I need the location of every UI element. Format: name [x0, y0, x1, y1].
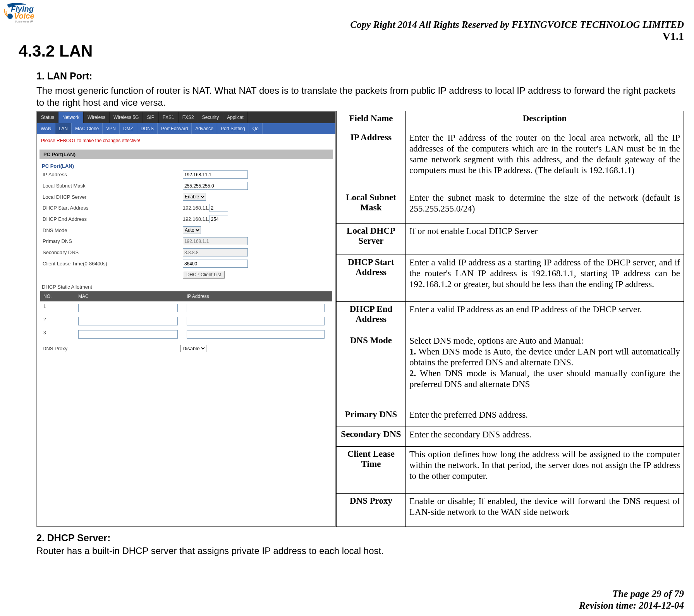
label-lease: Client Lease Time(0-86400s) — [40, 258, 180, 269]
tab-status[interactable]: Status — [37, 112, 58, 123]
label-dhcp-server: Local DHCP Server — [40, 191, 180, 202]
subheading-dhcp-server: 2. DHCP Server: — [36, 532, 110, 544]
label-dns-proxy: DNS Proxy — [43, 346, 180, 351]
subtab-qos[interactable]: Qo — [249, 123, 263, 134]
label-dns-mode: DNS Mode — [40, 225, 180, 236]
svg-text:Voice: Voice — [14, 12, 34, 20]
copyright-text: Copy Right 2014 All Rights Reserved by F… — [350, 19, 684, 30]
tab-security[interactable]: Security — [198, 112, 223, 123]
table-row: DHCP Start AddressEnter a valid IP addre… — [337, 255, 684, 302]
router-screenshot: Status Network Wireless Wireless 5G SIP … — [36, 111, 336, 527]
label-ip-address: IP Address — [40, 169, 180, 180]
tab-wireless[interactable]: Wireless — [84, 112, 110, 123]
svg-text:Voice over IP: Voice over IP — [15, 20, 33, 23]
input-dhcp-end[interactable] — [210, 215, 228, 223]
label-subnet: Local Subnet Mask — [40, 180, 180, 191]
tab-network[interactable]: Network — [58, 112, 84, 123]
version-text: V1.1 — [350, 30, 684, 43]
table-row: Secondary DNSEnter the secondary DNS add… — [337, 427, 684, 446]
page-number: The page 29 of 79 — [579, 588, 684, 600]
input-ip-3[interactable] — [187, 330, 325, 339]
paragraph-dhcp-server: Router has a built-in DHCP server that a… — [36, 545, 679, 556]
table-row: IP AddressEnter the IP address of the ro… — [337, 130, 684, 190]
input-primary-dns[interactable] — [183, 237, 248, 245]
label-dhcp-start: DHCP Start Address — [40, 202, 180, 213]
table-row: Local Subnet MaskEnter the subnet mask t… — [337, 190, 684, 224]
subtab-advance[interactable]: Advance — [192, 123, 217, 134]
allot-row: 3 — [40, 328, 332, 341]
row-no: 1 — [40, 301, 75, 315]
top-tabs: Status Network Wireless Wireless 5G SIP … — [37, 112, 335, 123]
table-row: DHCP End AddressEnter a valid IP address… — [337, 302, 684, 333]
select-dhcp-server[interactable]: Enable — [183, 193, 206, 201]
select-dns-mode[interactable]: Auto — [183, 226, 201, 234]
allot-row: 1 — [40, 301, 332, 315]
table-row: DNS Mode Select DNS mode, options are Au… — [337, 333, 684, 407]
logo: Flying Voice Voice over IP — [3, 0, 50, 25]
select-dns-proxy[interactable]: Disable — [180, 345, 206, 352]
tab-applicat[interactable]: Applicat — [223, 112, 248, 123]
input-lease[interactable] — [183, 260, 248, 268]
th-field-name: Field Name — [337, 111, 406, 130]
input-ip-address[interactable] — [183, 170, 248, 179]
input-mac-1[interactable] — [78, 304, 178, 312]
input-ip-2[interactable] — [187, 317, 325, 325]
pane-title: PC Port(LAN) — [40, 150, 333, 159]
table-row: Client Lease TimeThis option defines how… — [337, 447, 684, 494]
subtab-mac-clone[interactable]: MAC Clone — [72, 123, 103, 134]
tab-fxs2[interactable]: FXS2 — [179, 112, 198, 123]
table-row: Primary DNSEnter the preferred DNS addre… — [337, 407, 684, 427]
input-mac-3[interactable] — [78, 330, 178, 339]
label-secondary-dns: Secondary DNS — [40, 247, 180, 258]
allot-row: 2 — [40, 315, 332, 328]
tab-fxs1[interactable]: FXS1 — [159, 112, 179, 123]
revision-time: Revision time: 2014-12-04 — [579, 600, 684, 611]
row-no: 2 — [40, 315, 75, 328]
section-title: 4.3.2 LAN — [19, 42, 93, 60]
prefix-dhcp-end: 192.168.11. — [183, 216, 210, 222]
tab-wireless-5g[interactable]: Wireless 5G — [110, 112, 143, 123]
input-ip-1[interactable] — [187, 304, 325, 312]
col-no: NO. — [40, 291, 75, 301]
table-row: DNS ProxyEnable or disable; If enabled, … — [337, 493, 684, 527]
col-mac: MAC — [75, 291, 184, 301]
input-mac-2[interactable] — [78, 317, 178, 325]
label-primary-dns: Primary DNS — [40, 236, 180, 247]
pane-legend: PC Port(LAN) — [37, 162, 335, 169]
input-subnet[interactable] — [183, 182, 248, 190]
reboot-msg: Please REBOOT to make the changes effect… — [37, 134, 335, 147]
sub-tabs: WAN LAN MAC Clone VPN DMZ DDNS Port Forw… — [37, 123, 335, 134]
tab-sip[interactable]: SIP — [143, 112, 158, 123]
subheading-lan-port: 1. LAN Port: — [36, 71, 92, 82]
subtab-vpn[interactable]: VPN — [103, 123, 120, 134]
th-description: Description — [406, 111, 684, 130]
button-dhcp-client-list[interactable]: DHCP Client List — [183, 271, 225, 279]
subtab-port-forward[interactable]: Port Forward — [158, 123, 192, 134]
col-ip: IP Address — [184, 291, 332, 301]
prefix-dhcp-start: 192.168.11. — [183, 205, 210, 211]
subtab-wan[interactable]: WAN — [37, 123, 55, 134]
input-dhcp-start[interactable] — [210, 204, 228, 212]
subtab-port-setting[interactable]: Port Setting — [217, 123, 249, 134]
paragraph-lan-port: The most generic function of router is N… — [36, 84, 684, 108]
row-no: 3 — [40, 328, 75, 341]
subtab-dmz[interactable]: DMZ — [120, 123, 137, 134]
subtab-lan[interactable]: LAN — [55, 123, 72, 134]
table-row: Local DHCP ServerIf or not enable Local … — [337, 224, 684, 255]
input-secondary-dns[interactable] — [183, 248, 248, 256]
subtab-ddns[interactable]: DDNS — [137, 123, 158, 134]
description-table: Field Name Description IP AddressEnter t… — [336, 111, 684, 527]
svg-point-1 — [7, 14, 13, 19]
label-dhcp-end: DHCP End Address — [40, 213, 180, 225]
allot-title: DHCP Static Allotment — [37, 280, 335, 291]
